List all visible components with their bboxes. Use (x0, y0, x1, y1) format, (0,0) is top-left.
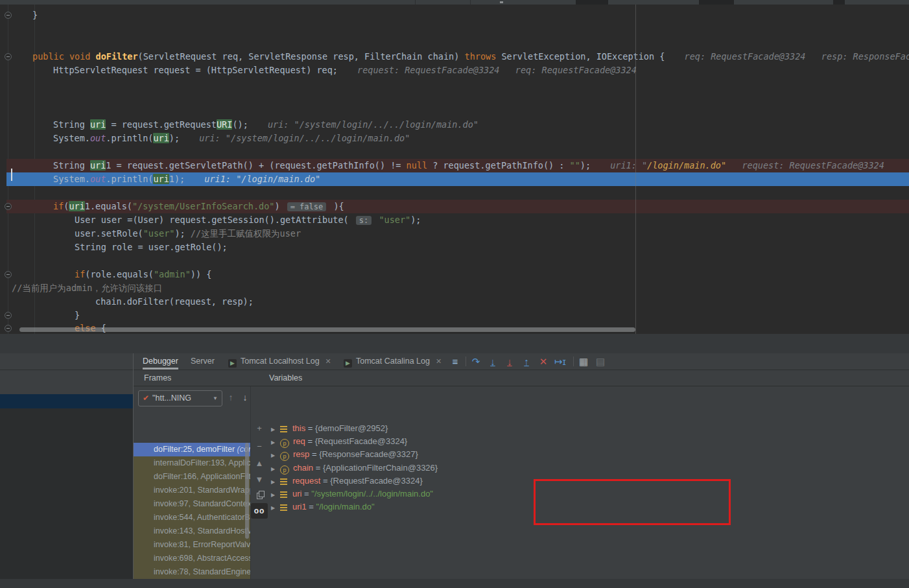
code-line[interactable]: //当前用户为admin，允许访问该接口 (0, 281, 909, 295)
debug-tool-window: DebuggerServer▶Tomcat Localhost Log✕▶Tom… (0, 353, 909, 579)
debug-tabs-row: DebuggerServer▶Tomcat Localhost Log✕▶Tom… (134, 353, 909, 370)
parameter-icon: p (280, 452, 289, 461)
fold-region-icon[interactable] (5, 53, 12, 60)
tab-dark-segment (576, 0, 608, 5)
expand-arrow-icon[interactable]: ▶ (271, 502, 280, 515)
variables-panel: ▶this = {demoFilter@2952}▶preq = {Reques… (268, 386, 909, 579)
add-watch-button[interactable]: + (251, 422, 268, 435)
variable-row[interactable]: ▶request = {RequestFacade@3324} (268, 475, 423, 488)
frame-row[interactable]: invoke:81, ErrorReportValve (134, 538, 250, 552)
code-line[interactable]: User user =(User) request.getSession().g… (0, 213, 909, 227)
tab-dark-segment (833, 0, 845, 5)
expand-arrow-icon[interactable]: ▶ (271, 489, 280, 502)
copy-stack-button[interactable] (251, 489, 268, 502)
evaluate-expression-icon[interactable]: ▦ (577, 353, 590, 370)
editor-panel-gap (0, 334, 909, 353)
tabs-divider (0, 370, 909, 370)
frame-row[interactable]: internalDoFilter:193, Applicat (134, 456, 250, 470)
variable-icon (280, 504, 287, 506)
step-over-icon[interactable]: ↷ (469, 353, 482, 370)
frame-row[interactable]: invoke:201, StandardWrappe (134, 484, 250, 497)
variable-icon (280, 426, 287, 427)
tab-separator (470, 0, 471, 5)
text-caret (11, 169, 12, 181)
step-out-icon[interactable]: ↑ (520, 353, 533, 370)
previous-frame-button[interactable]: ↑ (224, 390, 237, 405)
expand-arrow-icon[interactable]: ▶ (271, 436, 280, 449)
variable-row[interactable]: ▶uri = "/system/login/../../login/main.d… (268, 488, 433, 500)
frame-row[interactable]: invoke:78, StandardEngineVa (134, 565, 250, 579)
code-editor[interactable]: }public void doFilter(ServletRequest req… (0, 5, 909, 334)
code-line[interactable]: System.out.println(uri); uri: "/system/l… (0, 132, 909, 145)
next-frame-button[interactable]: ↓ (239, 390, 250, 405)
tab-server[interactable]: Server (191, 353, 215, 370)
layout-editor-icon[interactable]: ▤ (594, 353, 607, 370)
close-icon[interactable]: ✕ (436, 357, 442, 365)
fold-region-icon[interactable] (5, 12, 12, 19)
tab-tomcat-localhost-log[interactable]: ▶Tomcat Localhost Log✕ (228, 353, 331, 370)
frame-row[interactable]: invoke:698, AbstractAccessL (134, 552, 250, 565)
variables-toolbar-strip: +−▲▼oo (250, 386, 268, 579)
expand-arrow-icon[interactable]: ▶ (271, 463, 280, 476)
variables-header: Variables (269, 370, 302, 386)
code-line[interactable]: System.out.println(uri1); uri1: "/login/… (0, 172, 909, 186)
console-icon: ▶ (228, 359, 237, 368)
hard-wrap-guide (635, 5, 636, 334)
code-line[interactable]: HttpServletRequest request = (HttpServle… (0, 64, 909, 77)
code-line[interactable]: if(role.equals("admin")) { (0, 268, 909, 281)
code-line[interactable]: if(uri1.equals("/system/UserInfoSearch.d… (0, 200, 909, 213)
bottom-strip (0, 579, 909, 588)
force-step-into-icon[interactable]: ↓ (503, 353, 516, 370)
expand-arrow-icon[interactable]: ▶ (271, 423, 280, 436)
editor-horizontal-scrollbar[interactable] (19, 327, 635, 332)
chevron-down-icon: ▼ (213, 391, 218, 406)
fold-region-icon[interactable] (5, 271, 12, 278)
frame-row[interactable]: invoke:97, StandardContextV (134, 497, 250, 511)
frame-row[interactable]: doFilter:166, ApplicationFilte (134, 470, 250, 484)
annotation-red-box (534, 479, 731, 525)
run-to-cursor-icon[interactable]: ↦ɪ (554, 353, 567, 370)
thread-dropdown[interactable]: ✔"htt...NING ▼ (138, 390, 222, 406)
variable-row[interactable]: ▶this = {demoFilter@2952} (268, 422, 388, 435)
variable-row[interactable]: ▶uri1 = "/login/main.do" (268, 500, 375, 513)
variable-row[interactable]: ▶preq = {RequestFacade@3324} (268, 435, 407, 448)
expand-arrow-icon[interactable]: ▶ (271, 449, 280, 462)
expand-arrow-icon[interactable]: ▶ (271, 476, 280, 489)
code-line[interactable]: } (0, 8, 909, 22)
code-line[interactable]: String uri1 = request.getServletPath() +… (0, 159, 909, 172)
frames-header: Frames (144, 370, 171, 386)
code-line[interactable]: chain.doFilter(request, resp); (0, 295, 909, 309)
fold-region-icon[interactable] (5, 203, 12, 210)
frame-row[interactable]: invoke:544, AuthenticatorBas (134, 511, 250, 524)
step-into-icon[interactable]: ↓ (486, 353, 499, 370)
variable-icon (280, 491, 287, 493)
frame-row[interactable]: doFilter:25, demoFilter (com (134, 443, 250, 456)
variable-row[interactable]: ▶presp = {ResponseFacade@3327} (268, 448, 418, 461)
remove-watch-button[interactable]: − (251, 440, 268, 453)
code-line[interactable]: String role = user.getRole(); (0, 241, 909, 254)
left-dark-area (0, 408, 133, 579)
variable-icon (280, 478, 287, 480)
fold-region-icon[interactable] (5, 325, 12, 332)
code-line[interactable]: } (0, 309, 909, 322)
move-watch-up-button[interactable]: ▲ (251, 457, 268, 470)
drop-frame-icon[interactable]: ✕ (537, 353, 550, 370)
tab-tomcat-catalina-log[interactable]: ▶Tomcat Catalina Log✕ (344, 353, 442, 370)
show-watches-button[interactable]: oo (251, 503, 268, 519)
move-watch-down-button[interactable]: ▼ (251, 473, 268, 486)
tab-debugger[interactable]: Debugger (143, 353, 178, 370)
frame-row[interactable]: invoke:143, StandardHostVa (134, 524, 250, 538)
thread-dropdown-label: "htt...NING (152, 394, 191, 403)
layout-settings-icon[interactable]: ≡ (449, 353, 462, 370)
tab-modified-dot (500, 1, 503, 3)
code-line[interactable]: user.setRole("user"); //这里手工赋值权限为user (0, 227, 909, 241)
code-line[interactable]: String uri = request.getRequestURI(); ur… (0, 118, 909, 132)
code-line[interactable]: public void doFilter(ServletRequest req,… (0, 50, 909, 64)
fold-region-icon[interactable] (5, 312, 12, 319)
variable-row[interactable]: ▶pchain = {ApplicationFilterChain@3326} (268, 462, 438, 475)
close-icon[interactable]: ✕ (325, 357, 331, 365)
parameter-icon: p (280, 439, 289, 448)
toolbar-separator (573, 357, 574, 366)
frames-vertical-scrollbar[interactable] (245, 443, 249, 539)
thread-status-icon: ✔ (143, 394, 149, 403)
